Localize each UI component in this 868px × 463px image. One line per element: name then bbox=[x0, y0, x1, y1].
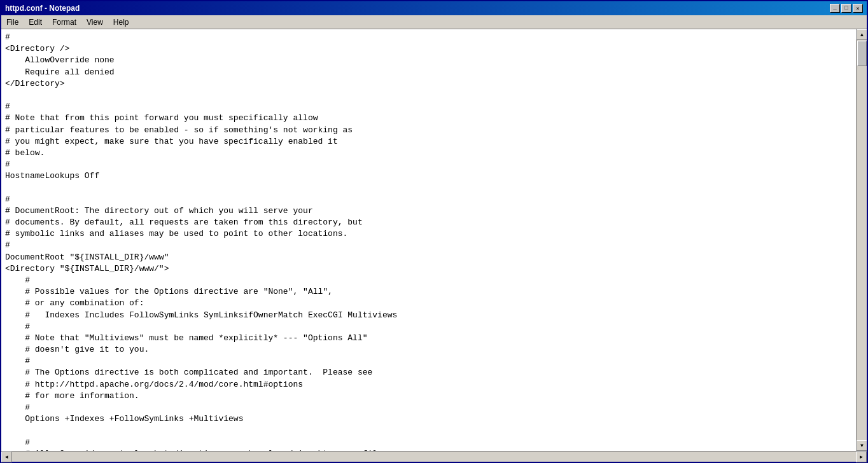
menu-format[interactable]: Format bbox=[47, 17, 81, 28]
menu-bar: File Edit Format View Help bbox=[1, 15, 867, 29]
scroll-right-button[interactable]: ► bbox=[856, 452, 867, 462]
title-bar-controls: _ □ ✕ bbox=[830, 4, 863, 13]
bottom-bars: ◄ ► bbox=[1, 451, 867, 462]
window-title: httpd.conf - Notepad bbox=[5, 4, 80, 13]
scroll-thumb-vertical[interactable] bbox=[857, 41, 867, 66]
horizontal-scrollbar: ◄ ► bbox=[1, 451, 867, 462]
scroll-down-button[interactable]: ▼ bbox=[857, 440, 867, 451]
menu-edit[interactable]: Edit bbox=[24, 17, 47, 28]
scroll-track-horizontal[interactable] bbox=[12, 452, 856, 462]
main-window: httpd.conf - Notepad _ □ ✕ File Edit For… bbox=[0, 0, 868, 463]
vertical-scrollbar: ▲ ▼ bbox=[856, 29, 867, 451]
text-editor[interactable]: # <Directory /> AllowOverride none Requi… bbox=[1, 29, 856, 451]
maximize-button[interactable]: □ bbox=[841, 4, 851, 13]
menu-help[interactable]: Help bbox=[108, 17, 134, 28]
scroll-left-button[interactable]: ◄ bbox=[1, 452, 12, 462]
scroll-up-button[interactable]: ▲ bbox=[857, 29, 867, 40]
menu-view[interactable]: View bbox=[81, 17, 108, 28]
editor-area: # <Directory /> AllowOverride none Requi… bbox=[1, 29, 867, 451]
close-button[interactable]: ✕ bbox=[853, 4, 863, 13]
scroll-track-vertical[interactable] bbox=[857, 40, 867, 440]
title-bar: httpd.conf - Notepad _ □ ✕ bbox=[1, 1, 867, 15]
minimize-button[interactable]: _ bbox=[830, 4, 840, 13]
menu-file[interactable]: File bbox=[1, 17, 24, 28]
